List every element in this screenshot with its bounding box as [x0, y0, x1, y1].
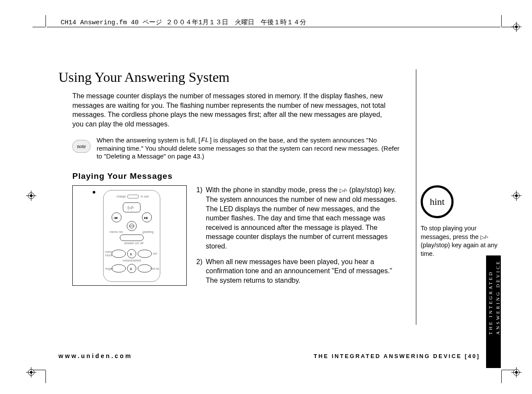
svg-text:charge: charge: [117, 195, 126, 198]
svg-text:set: set: [153, 252, 157, 255]
svg-text:ringer: ringer: [105, 267, 114, 271]
steps-list: 1) With the phone in standby mode, press…: [196, 185, 401, 291]
footer-section-page: THE INTEGRATED ANSWERING DEVICE [40]: [314, 353, 480, 359]
section-tab-label: THE INTEGRATED ANSWERING DEVICE: [487, 260, 501, 335]
svg-text:find hs: find hs: [150, 267, 159, 270]
step-1-pre: With the phone in standby mode, press th…: [206, 186, 340, 194]
svg-text:⏭: ⏭: [144, 216, 148, 220]
hint-text: To stop playing your messages, press the…: [421, 224, 503, 258]
svg-point-36: [112, 250, 126, 258]
svg-text:volume/select: volume/select: [123, 259, 141, 262]
registration-mark-icon: [511, 191, 522, 201]
svg-text:⏮: ⏮: [114, 216, 118, 220]
hint-pre: To stop playing your messages, press the: [421, 225, 480, 240]
note-badge-icon: note: [72, 140, 91, 153]
play-stop-icon: ▷/▫: [340, 187, 347, 194]
fl-symbol-icon: FL: [200, 137, 210, 145]
step-1: 1) With the phone in standby mode, press…: [196, 185, 401, 251]
hint-post: (play/stop) key again at any time.: [421, 242, 497, 257]
phone-base-illustration: charge in use ▷/▫ ⏮ ⏭ memo rec greeting …: [72, 185, 187, 286]
svg-text:in use: in use: [141, 195, 149, 198]
crop-mark: [501, 15, 502, 27]
section-heading: Playing Your Messages: [72, 171, 401, 181]
svg-point-37: [138, 250, 152, 258]
svg-rect-21: [127, 195, 139, 198]
registration-mark-icon: [511, 22, 522, 32]
svg-text:menu: menu: [105, 250, 113, 253]
crop-mark: [32, 27, 45, 27]
page-title: Using Your Answering System: [58, 69, 401, 85]
step-1-post: (play/stop) key. The system announces th…: [206, 186, 397, 250]
section-tab: THE INTEGRATED ANSWERING DEVICE: [486, 255, 501, 368]
prepress-header: CH14 Answering.fm 40 ページ ２００４年1月１３日 火曜日 …: [61, 18, 306, 26]
step-number: 2): [196, 257, 206, 285]
intro-paragraph: The message counter displays the number …: [72, 91, 389, 129]
svg-text:∧: ∧: [130, 252, 133, 256]
step-number: 1): [196, 185, 206, 251]
svg-text:answer on/ off: answer on/ off: [124, 242, 143, 245]
svg-point-45: [138, 265, 152, 272]
play-stop-icon: ▷/▫: [480, 233, 488, 241]
svg-text:▷/▫: ▷/▫: [128, 205, 134, 210]
svg-point-44: [112, 265, 126, 272]
note-block: note When the answering system is full, …: [72, 136, 401, 160]
step-2-text: When all new messages have been played, …: [206, 257, 401, 285]
step-2: 2) When all new messages have been playe…: [196, 257, 401, 285]
svg-rect-34: [120, 235, 143, 241]
crop-mark: [45, 15, 46, 27]
registration-mark-icon: [26, 367, 36, 378]
header-rule: [47, 27, 500, 27]
svg-text:∨: ∨: [130, 267, 133, 271]
svg-text:memo rec: memo rec: [110, 230, 123, 233]
registration-mark-icon: [26, 191, 36, 201]
note-pre: When the answering system is full, [: [97, 136, 200, 144]
crop-mark: [501, 370, 502, 383]
svg-text:clock: clock: [105, 254, 112, 257]
hint-badge-icon: hint: [421, 185, 454, 218]
page-content: Using Your Answering System The message …: [58, 69, 401, 291]
svg-text:greeting: greeting: [143, 230, 153, 234]
registration-mark-icon: [511, 367, 522, 378]
footer-url: www.uniden.com: [58, 352, 133, 359]
crop-mark: [45, 370, 46, 383]
note-text: When the answering system is full, [FL] …: [97, 136, 401, 160]
